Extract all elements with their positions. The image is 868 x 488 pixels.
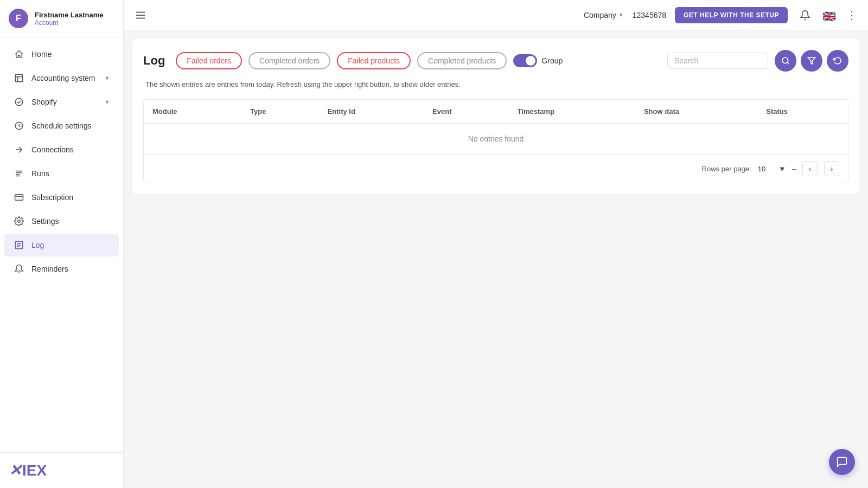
sidebar-item-label: Subscription [31,193,73,202]
svg-point-3 [15,98,23,106]
rows-per-page-select[interactable]: 10 25 50 ▼ [758,165,786,173]
chat-button[interactable] [829,449,855,475]
col-timestamp: Timestamp [509,100,635,124]
reminders-icon [13,263,25,275]
no-entries-message: No entries found [144,124,848,155]
page-info: – [792,165,796,173]
sidebar-item-subscription[interactable]: Subscription [4,186,119,209]
runs-icon [13,168,25,179]
table-row-empty: No entries found [144,124,848,155]
log-table-container: Module Type Entity Id Event Timestamp Sh… [143,99,848,183]
group-toggle[interactable]: Group [513,54,563,67]
sidebar-item-home[interactable]: Home [4,43,119,66]
chevron-down-icon: ▼ [104,99,110,105]
notifications-bell[interactable] [796,7,814,24]
sidebar-item-schedule-settings[interactable]: Schedule settings [4,114,119,137]
rows-per-page-dropdown[interactable]: 10 25 50 [758,165,775,173]
svg-point-19 [782,57,788,63]
refresh-button[interactable] [827,50,848,72]
sidebar-item-label: Shopify [31,98,57,106]
next-page-button[interactable]: › [824,161,839,176]
rows-per-page-label: Rows per page: [702,165,751,173]
page-title: Log [143,54,165,68]
accounting-icon [13,72,25,84]
company-label: Company [584,11,616,20]
sidebar-item-shopify[interactable]: Shopify ▼ [4,91,119,113]
subscription-icon [13,191,25,203]
filter-button[interactable] [801,50,822,72]
sidebar-item-reminders[interactable]: Reminders [4,258,119,280]
sidebar-item-log[interactable]: Log [4,234,119,256]
account-link[interactable]: Account [35,19,103,27]
shopify-icon [13,96,25,108]
search-input[interactable] [674,56,761,65]
filter-failed-orders[interactable]: Failed orders [176,52,242,69]
svg-marker-21 [808,57,815,64]
main-area: Company ▼ 12345678 GET HELP WITH THE SET… [124,0,868,488]
connections-icon [13,144,25,156]
company-selector[interactable]: Company ▼ [584,11,624,20]
sidebar: F Firstname Lastname Account Home Accoun… [0,0,124,488]
sidebar-item-label: Accounting system [31,74,95,82]
sidebar-item-label: Runs [31,169,49,178]
search-button[interactable] [775,50,796,72]
company-id: 12345678 [633,11,666,20]
pagination-row: Rows per page: 10 25 50 ▼ – ‹ › [144,154,848,183]
col-event: Event [424,100,509,124]
svg-line-20 [787,62,789,64]
sidebar-item-runs[interactable]: Runs [4,162,119,185]
log-section: Log Failed orders Completed orders Faile… [132,39,859,194]
sidebar-item-label: Connections [31,145,74,154]
col-show-data: Show data [635,100,757,124]
filter-failed-products[interactable]: Failed products [337,52,411,69]
home-icon [13,48,25,60]
language-flag[interactable]: 🇬🇧 [822,10,838,21]
main-content: Log Failed orders Completed orders Faile… [124,30,868,488]
chevron-down-icon: ▼ [618,12,624,18]
topbar: Company ▼ 12345678 GET HELP WITH THE SET… [124,0,868,30]
group-toggle-switch[interactable] [513,54,537,67]
sidebar-item-label: Schedule settings [31,121,92,130]
sidebar-item-accounting-system[interactable]: Accounting system ▼ [4,67,119,89]
group-toggle-label: Group [541,56,563,65]
sidebar-item-settings[interactable]: Settings [4,210,119,233]
col-module: Module [144,100,241,124]
toolbar-icons [775,50,848,72]
prev-page-button[interactable]: ‹ [802,161,818,176]
svg-rect-0 [15,74,23,82]
svg-point-11 [18,220,21,223]
sidebar-item-label: Log [31,241,44,249]
more-options-button[interactable]: ⋮ [846,9,857,22]
col-status: Status [757,100,848,124]
avatar: F [9,9,28,28]
sidebar-header: F Firstname Lastname Account [0,0,123,37]
log-table: Module Type Entity Id Event Timestamp Sh… [144,100,848,154]
col-entity-id: Entity Id [319,100,424,124]
schedule-icon [13,120,25,132]
sidebar-logo: ✕IEX [0,452,123,488]
filter-completed-products[interactable]: Completed products [417,52,507,69]
user-name: Firstname Lastname [35,11,103,19]
settings-icon [13,215,25,227]
log-header: Log Failed orders Completed orders Faile… [143,50,848,72]
sidebar-item-label: Settings [31,217,59,226]
col-type: Type [241,100,319,124]
search-box [667,53,768,69]
sidebar-item-connections[interactable]: Connections [4,138,119,161]
chevron-down-icon: ▼ [104,75,110,81]
logo-xiex: ✕IEX [9,461,114,479]
help-setup-button[interactable]: GET HELP WITH THE SETUP [675,7,788,23]
log-info-text: The shown entries are entries from today… [143,80,848,88]
log-icon [13,239,25,251]
sidebar-item-label: Reminders [31,265,68,273]
hamburger-button[interactable] [135,9,146,21]
sidebar-nav: Home Accounting system ▼ Shopify ▼ Sched… [0,37,123,452]
svg-rect-9 [15,195,23,201]
sidebar-item-label: Home [31,50,52,59]
filter-completed-orders[interactable]: Completed orders [248,52,330,69]
